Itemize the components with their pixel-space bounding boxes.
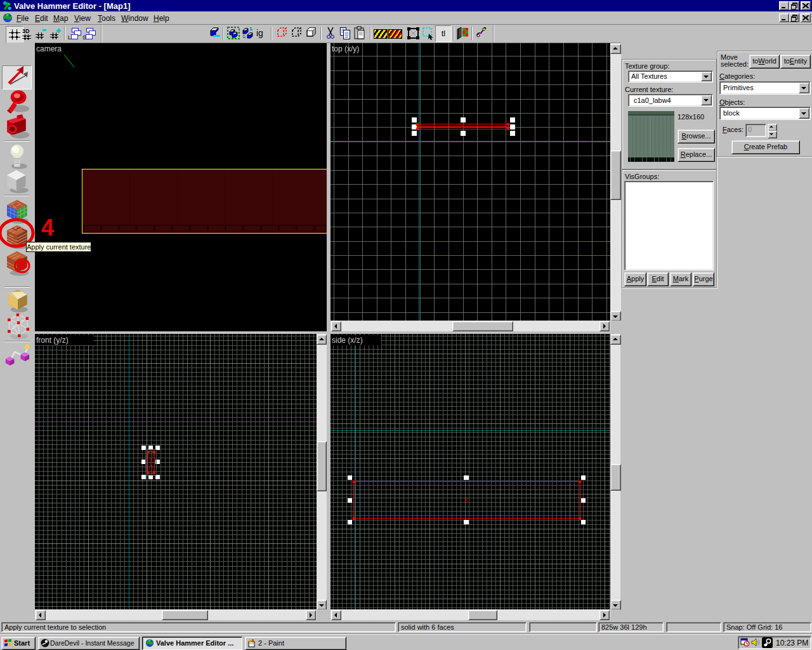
svg-text:L: L [68,34,71,41]
svg-text:3D: 3D [22,28,30,34]
